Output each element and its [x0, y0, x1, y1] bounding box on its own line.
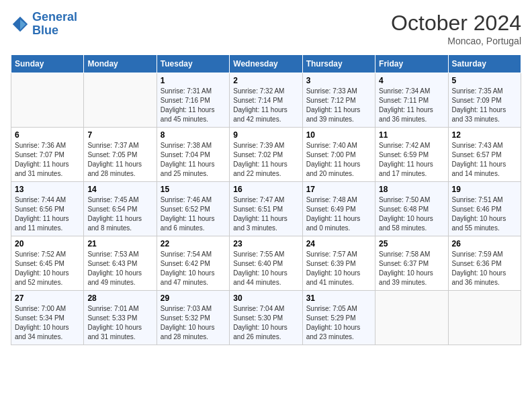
day-cell: 23Sunrise: 7:55 AM Sunset: 6:40 PM Dayli… — [230, 236, 302, 291]
day-number: 8 — [161, 130, 226, 140]
day-cell — [84, 73, 157, 128]
day-cell: 31Sunrise: 7:05 AM Sunset: 5:29 PM Dayli… — [302, 291, 375, 345]
logo: General Blue — [11, 11, 77, 38]
day-info: Sunrise: 7:05 AM Sunset: 5:29 PM Dayligh… — [306, 304, 371, 342]
day-cell: 9Sunrise: 7:39 AM Sunset: 7:02 PM Daylig… — [230, 128, 302, 182]
day-info: Sunrise: 7:04 AM Sunset: 5:30 PM Dayligh… — [233, 304, 298, 342]
page-header: General Blue October 2024 Moncao, Portug… — [11, 11, 521, 46]
day-number: 26 — [452, 239, 517, 248]
day-info: Sunrise: 7:54 AM Sunset: 6:42 PM Dayligh… — [161, 250, 226, 287]
day-cell: 21Sunrise: 7:53 AM Sunset: 6:43 PM Dayli… — [84, 236, 157, 291]
day-number: 17 — [306, 185, 371, 194]
week-row-1: 1Sunrise: 7:31 AM Sunset: 7:16 PM Daylig… — [11, 73, 521, 128]
day-info: Sunrise: 7:57 AM Sunset: 6:39 PM Dayligh… — [306, 250, 371, 287]
day-cell: 1Sunrise: 7:31 AM Sunset: 7:16 PM Daylig… — [157, 73, 229, 128]
day-cell: 10Sunrise: 7:40 AM Sunset: 7:00 PM Dayli… — [302, 128, 375, 182]
day-header-sunday: Sunday — [11, 55, 84, 73]
day-cell: 28Sunrise: 7:01 AM Sunset: 5:33 PM Dayli… — [84, 291, 157, 345]
day-cell: 25Sunrise: 7:58 AM Sunset: 6:37 PM Dayli… — [375, 236, 448, 291]
day-info: Sunrise: 7:35 AM Sunset: 7:09 PM Dayligh… — [452, 87, 517, 124]
week-row-5: 27Sunrise: 7:00 AM Sunset: 5:34 PM Dayli… — [11, 291, 521, 345]
day-number: 14 — [87, 185, 152, 194]
day-cell: 29Sunrise: 7:03 AM Sunset: 5:32 PM Dayli… — [157, 291, 229, 345]
day-info: Sunrise: 7:51 AM Sunset: 6:46 PM Dayligh… — [452, 195, 517, 233]
week-row-3: 13Sunrise: 7:44 AM Sunset: 6:56 PM Dayli… — [11, 182, 521, 236]
day-info: Sunrise: 7:52 AM Sunset: 6:45 PM Dayligh… — [15, 250, 80, 287]
day-cell: 7Sunrise: 7:37 AM Sunset: 7:05 PM Daylig… — [84, 128, 157, 182]
day-number: 3 — [306, 76, 371, 85]
day-number: 10 — [306, 130, 371, 140]
day-cell: 4Sunrise: 7:34 AM Sunset: 7:11 PM Daylig… — [375, 73, 448, 128]
day-number: 12 — [452, 130, 517, 140]
logo-icon — [11, 15, 30, 34]
day-info: Sunrise: 7:48 AM Sunset: 6:49 PM Dayligh… — [306, 195, 371, 233]
calendar-table: SundayMondayTuesdayWednesdayThursdayFrid… — [11, 54, 521, 345]
day-number: 16 — [233, 185, 298, 194]
day-number: 19 — [452, 185, 517, 194]
day-cell — [375, 291, 448, 345]
day-info: Sunrise: 7:37 AM Sunset: 7:05 PM Dayligh… — [87, 141, 152, 179]
logo-line1: General — [32, 10, 77, 24]
day-cell: 20Sunrise: 7:52 AM Sunset: 6:45 PM Dayli… — [11, 236, 84, 291]
day-number: 23 — [233, 239, 298, 248]
day-cell: 16Sunrise: 7:47 AM Sunset: 6:51 PM Dayli… — [230, 182, 302, 236]
day-cell: 26Sunrise: 7:59 AM Sunset: 6:36 PM Dayli… — [448, 236, 521, 291]
day-header-tuesday: Tuesday — [157, 55, 229, 73]
day-cell: 27Sunrise: 7:00 AM Sunset: 5:34 PM Dayli… — [11, 291, 84, 345]
day-info: Sunrise: 7:43 AM Sunset: 6:57 PM Dayligh… — [452, 141, 517, 179]
day-number: 5 — [452, 76, 517, 85]
day-number: 29 — [161, 293, 226, 303]
calendar-header: SundayMondayTuesdayWednesdayThursdayFrid… — [11, 55, 521, 73]
day-number: 27 — [15, 293, 80, 303]
day-info: Sunrise: 7:00 AM Sunset: 5:34 PM Dayligh… — [15, 304, 80, 342]
day-number: 18 — [379, 185, 444, 194]
day-cell: 6Sunrise: 7:36 AM Sunset: 7:07 PM Daylig… — [11, 128, 84, 182]
day-number: 15 — [161, 185, 226, 194]
day-number: 25 — [379, 239, 444, 248]
day-info: Sunrise: 7:40 AM Sunset: 7:00 PM Dayligh… — [306, 141, 371, 179]
day-cell: 13Sunrise: 7:44 AM Sunset: 6:56 PM Dayli… — [11, 182, 84, 236]
day-cell: 30Sunrise: 7:04 AM Sunset: 5:30 PM Dayli… — [230, 291, 302, 345]
day-number: 22 — [161, 239, 226, 248]
day-header-friday: Friday — [375, 55, 448, 73]
day-header-wednesday: Wednesday — [230, 55, 302, 73]
day-header-monday: Monday — [84, 55, 157, 73]
day-info: Sunrise: 7:53 AM Sunset: 6:43 PM Dayligh… — [87, 250, 152, 287]
location-subtitle: Moncao, Portugal — [391, 36, 521, 46]
logo-line2: Blue — [32, 24, 58, 37]
day-info: Sunrise: 7:03 AM Sunset: 5:32 PM Dayligh… — [161, 304, 226, 342]
day-number: 4 — [379, 76, 444, 85]
day-info: Sunrise: 7:47 AM Sunset: 6:51 PM Dayligh… — [233, 195, 298, 233]
day-cell: 11Sunrise: 7:42 AM Sunset: 6:59 PM Dayli… — [375, 128, 448, 182]
day-cell: 3Sunrise: 7:33 AM Sunset: 7:12 PM Daylig… — [302, 73, 375, 128]
day-cell: 12Sunrise: 7:43 AM Sunset: 6:57 PM Dayli… — [448, 128, 521, 182]
day-cell — [448, 291, 521, 345]
day-info: Sunrise: 7:58 AM Sunset: 6:37 PM Dayligh… — [379, 250, 444, 287]
day-info: Sunrise: 7:44 AM Sunset: 6:56 PM Dayligh… — [15, 195, 80, 233]
day-info: Sunrise: 7:55 AM Sunset: 6:40 PM Dayligh… — [233, 250, 298, 287]
day-number: 7 — [87, 130, 152, 140]
day-number: 28 — [87, 293, 152, 303]
logo-text: General Blue — [32, 11, 77, 38]
day-info: Sunrise: 7:36 AM Sunset: 7:07 PM Dayligh… — [15, 141, 80, 179]
day-number: 9 — [233, 130, 298, 140]
day-info: Sunrise: 7:50 AM Sunset: 6:48 PM Dayligh… — [379, 195, 444, 233]
month-title: October 2024 — [391, 11, 521, 36]
week-row-2: 6Sunrise: 7:36 AM Sunset: 7:07 PM Daylig… — [11, 128, 521, 182]
calendar-body: 1Sunrise: 7:31 AM Sunset: 7:16 PM Daylig… — [11, 73, 521, 345]
day-number: 24 — [306, 239, 371, 248]
day-info: Sunrise: 7:38 AM Sunset: 7:04 PM Dayligh… — [161, 141, 226, 179]
day-cell: 17Sunrise: 7:48 AM Sunset: 6:49 PM Dayli… — [302, 182, 375, 236]
day-number: 13 — [15, 185, 80, 194]
day-cell: 22Sunrise: 7:54 AM Sunset: 6:42 PM Dayli… — [157, 236, 229, 291]
day-cell: 15Sunrise: 7:46 AM Sunset: 6:52 PM Dayli… — [157, 182, 229, 236]
day-info: Sunrise: 7:39 AM Sunset: 7:02 PM Dayligh… — [233, 141, 298, 179]
day-number: 6 — [15, 130, 80, 140]
day-cell: 14Sunrise: 7:45 AM Sunset: 6:54 PM Dayli… — [84, 182, 157, 236]
day-cell: 2Sunrise: 7:32 AM Sunset: 7:14 PM Daylig… — [230, 73, 302, 128]
day-cell — [11, 73, 84, 128]
day-info: Sunrise: 7:32 AM Sunset: 7:14 PM Dayligh… — [233, 87, 298, 124]
day-number: 11 — [379, 130, 444, 140]
day-number: 31 — [306, 293, 371, 303]
day-number: 1 — [161, 76, 226, 85]
